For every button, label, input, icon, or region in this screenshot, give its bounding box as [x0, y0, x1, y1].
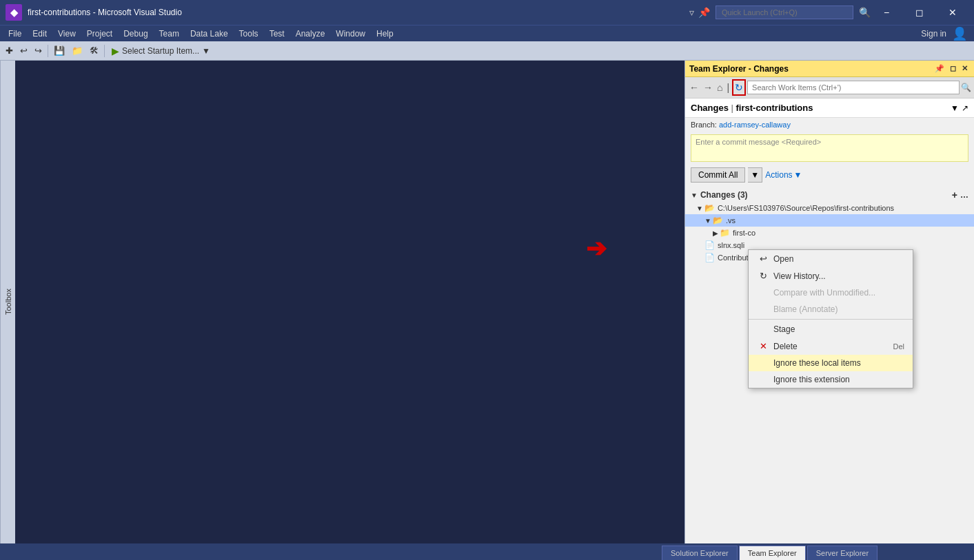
tab-team-explorer[interactable]: Team Explorer — [739, 546, 806, 560]
title-bar: ◆ first-contributions - Microsoft Visual… — [0, 0, 974, 25]
vs-folder-text: .vs — [726, 216, 735, 225]
te-close-btn[interactable]: ✕ — [960, 63, 970, 74]
tab-solution-explorer[interactable]: Solution Explorer — [662, 546, 738, 560]
te-nav-bar: ← → ⌂ | ↻ 🔍 — [685, 77, 974, 98]
te-title-left: Team Explorer - Changes — [689, 64, 789, 74]
vs-folder-item[interactable]: ▼ 📂 .vs — [685, 214, 974, 227]
ctx-history-label: View History... — [773, 271, 826, 281]
bottom-tabs: Solution Explorer Team Explorer Server E… — [0, 543, 974, 560]
menu-edit[interactable]: Edit — [27, 28, 52, 40]
toolbar-sep-2 — [104, 45, 105, 57]
redo-btn[interactable]: ↪ — [32, 43, 45, 59]
tab-server-explorer[interactable]: Server Explorer — [807, 546, 877, 560]
ctx-ignore-extension[interactable]: Ignore this extension — [749, 371, 913, 388]
te-branch-info: Branch: add-ramsey-callaway — [685, 118, 974, 132]
branch-link[interactable]: add-ramsey-callaway — [719, 121, 791, 129]
te-commit-area[interactable]: Enter a commit message <Required> — [691, 134, 968, 162]
ctx-view-history[interactable]: ↻ View History... — [749, 267, 913, 284]
save-btn[interactable]: 💾 — [51, 43, 68, 59]
minimize-button[interactable]: − — [871, 0, 902, 25]
new-project-btn[interactable]: ✚ — [3, 43, 16, 59]
ctx-sep-1 — [749, 319, 913, 320]
te-title-bar: Team Explorer - Changes 📌 ◻ ✕ — [685, 61, 974, 77]
toolbox-panel[interactable]: Toolbox — [0, 61, 15, 543]
add-change-btn[interactable]: + — [952, 189, 957, 200]
startup-item-button[interactable]: ▶ Select Startup Item... ▼ — [108, 44, 214, 58]
actions-button[interactable]: Actions ▼ — [765, 170, 802, 180]
ctx-delete[interactable]: ✕ Delete Del — [749, 338, 913, 355]
te-commit-actions: Commit All ▼ Actions ▼ — [685, 165, 974, 185]
te-back-btn[interactable]: ← — [688, 81, 700, 94]
repo-expand-icon: ▼ — [696, 205, 703, 212]
ctx-blame: Blame (Annotate) — [749, 301, 913, 318]
menu-bar: File Edit View Project Debug Team Data L… — [0, 25, 974, 41]
editor-area — [15, 61, 684, 543]
actions-dropdown-icon: ▼ — [794, 170, 802, 180]
ctx-open[interactable]: ↩ Open — [749, 250, 913, 267]
te-header-title: Changes | first-contributions — [691, 103, 813, 113]
te-search-icon[interactable]: 🔍 — [961, 83, 971, 92]
ctx-stage-label: Stage — [773, 324, 795, 334]
te-pin-btn[interactable]: 📌 — [933, 63, 946, 74]
vs-folder-icon: 📂 — [713, 216, 723, 225]
te-header-expand[interactable]: ↗ — [962, 103, 968, 113]
commit-all-dropdown[interactable]: ▼ — [748, 167, 762, 183]
menu-datalake[interactable]: Data Lake — [185, 28, 234, 40]
open-btn[interactable]: 📁 — [69, 43, 85, 59]
menu-analyze[interactable]: Analyze — [290, 28, 331, 40]
changes-expand-icon[interactable]: ▼ — [691, 191, 698, 199]
menu-test[interactable]: Test — [264, 28, 290, 40]
te-refresh-btn[interactable]: ↻ — [732, 79, 746, 96]
te-title-text: Team Explorer - Changes — [689, 64, 789, 74]
te-header-controls: ▼ ↗ — [951, 103, 968, 113]
te-search-input[interactable] — [747, 81, 960, 94]
branch-label: Branch: — [691, 121, 717, 129]
ctx-delete-icon: ✕ — [757, 341, 769, 351]
slnx-text: slnx.sqli — [718, 241, 744, 249]
folder-icon: 📂 — [704, 203, 715, 213]
first-co-text: first-co — [733, 229, 755, 237]
menu-tools[interactable]: Tools — [234, 28, 264, 40]
ctx-ignore-local-label: Ignore these local items — [773, 358, 861, 368]
account-icon[interactable]: 👤 — [952, 26, 967, 41]
search-icon[interactable]: 🔍 — [859, 7, 871, 18]
te-forward-btn[interactable]: → — [702, 81, 714, 94]
close-button[interactable]: ✕ — [937, 0, 968, 25]
te-home-btn[interactable]: ⌂ — [716, 81, 724, 94]
ctx-compare-unmodified: Compare with Unmodified... — [749, 284, 913, 301]
te-header-dropdown[interactable]: ▼ — [951, 103, 959, 113]
menu-help[interactable]: Help — [371, 28, 399, 40]
menu-view[interactable]: View — [52, 28, 81, 40]
toolbar-sep-1 — [48, 45, 48, 57]
build-btn[interactable]: 🛠 — [87, 43, 101, 59]
menu-project[interactable]: Project — [81, 28, 118, 40]
ctx-stage[interactable]: Stage — [749, 321, 913, 338]
actions-label: Actions — [765, 170, 792, 180]
te-float-btn[interactable]: ◻ — [948, 63, 958, 74]
first-co-icon: 📁 — [720, 228, 730, 238]
more-changes-btn[interactable]: … — [960, 190, 968, 200]
first-co-item[interactable]: ▶ 📁 first-co — [685, 227, 974, 239]
sign-in-link[interactable]: Sign in — [921, 29, 952, 39]
pin-icon[interactable]: 📌 — [698, 7, 710, 18]
quick-launch-input[interactable] — [716, 6, 853, 19]
repo-path-text: C:\Users\FS103976\Source\Repos\first-con… — [718, 204, 894, 212]
menu-team[interactable]: Team — [154, 28, 185, 40]
title-controls: − ◻ ✕ — [871, 0, 968, 25]
toolbar: ✚ ↩ ↪ 💾 📁 🛠 ▶ Select Startup Item... ▼ — [0, 41, 974, 61]
startup-dropdown-icon: ▼ — [202, 46, 210, 56]
commit-all-button[interactable]: Commit All — [691, 167, 745, 183]
commit-all-label: Commit All — [698, 170, 738, 180]
header-icons: ▿ 📌 — [689, 7, 710, 18]
menu-file[interactable]: File — [3, 28, 27, 40]
filter-icon[interactable]: ▿ — [689, 7, 694, 18]
ctx-compare-label: Compare with Unmodified... — [773, 288, 875, 298]
menu-window[interactable]: Window — [330, 28, 371, 40]
undo-btn[interactable]: ↩ — [17, 43, 30, 59]
restore-button[interactable]: ◻ — [904, 0, 935, 25]
ctx-ignore-local[interactable]: Ignore these local items — [749, 355, 913, 371]
repo-path-item[interactable]: ▼ 📂 C:\Users\FS103976\Source\Repos\first… — [685, 202, 974, 214]
contribute-file-icon: 📄 — [704, 253, 715, 262]
menu-debug[interactable]: Debug — [118, 28, 153, 40]
ctx-ignore-ext-label: Ignore this extension — [773, 375, 850, 384]
